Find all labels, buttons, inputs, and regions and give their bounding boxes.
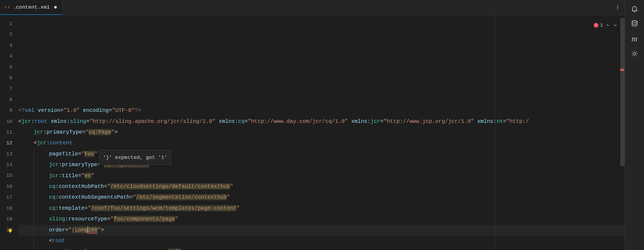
code-token: " [81, 151, 85, 157]
code-token: "http://www.jcp.org/jcr/1.0" [383, 118, 474, 124]
code-token: cq [49, 194, 55, 200]
code-token: encoding [83, 107, 109, 113]
editor-tab-content-xml[interactable]: .content.xml [0, 0, 61, 15]
right-tool-rail: m [625, 0, 644, 250]
code-token: : [59, 162, 62, 168]
code-token: jcr [49, 173, 59, 179]
code-token: " [236, 205, 240, 211]
code-token: xmlns [219, 118, 235, 124]
code-line[interactable]: cq:contextHubSegmentsPath="/etc/segmenta… [18, 192, 625, 203]
lightbulb-icon[interactable] [8, 227, 13, 233]
code-token: en [85, 173, 91, 179]
code-token: : [494, 118, 497, 124]
line-number: 13 [0, 149, 18, 159]
code-token: = [86, 118, 89, 124]
code-line[interactable]: sling:resourceType="foo/components/page" [18, 214, 625, 224]
code-token: jcr [37, 140, 47, 146]
svg-point-2 [617, 9, 618, 9]
code-line[interactable]: <?xml version="1.0" encoding="UTF-8"?> [18, 105, 625, 116]
code-token: : [43, 129, 47, 135]
code-token [474, 118, 477, 124]
code-line[interactable]: cq:template="/conf/foo/settings/wcm/temp… [18, 203, 625, 214]
code-line[interactable]: cq:contextHubPath="/etc/cloudsettings/de… [18, 181, 625, 192]
code-token: = [82, 129, 85, 135]
prev-problem-button[interactable] [605, 22, 611, 28]
code-token [93, 248, 168, 250]
aem-icon[interactable] [630, 49, 639, 59]
code-body[interactable]: ! 1 <?xml version="1.0" encoding="UTF-8"… [18, 15, 625, 250]
code-token: "http://sling.apache.org/jcr/sling/1.0" [89, 118, 215, 124]
problems-overlay: ! 1 [594, 20, 618, 31]
line-number: 14 [0, 159, 18, 170]
code-line[interactable]: <jcr:root xmlns:sling="http://sling.apac… [18, 116, 625, 127]
code-token: " [111, 129, 114, 135]
code-line[interactable]: jcr:primaryType="cq:Page"> [18, 127, 625, 138]
database-icon[interactable] [630, 19, 639, 28]
code-token: jcr [370, 118, 380, 124]
code-token: = [65, 227, 68, 233]
error-icon: ! [594, 23, 598, 28]
line-number: 9 [0, 105, 18, 116]
code-token: template [59, 205, 85, 211]
notifications-icon[interactable] [630, 4, 639, 13]
code-token: sling [70, 118, 86, 124]
code-line[interactable]: order="{Long100"> [18, 225, 625, 235]
code-token: red [168, 248, 177, 250]
line-number: 19 [0, 214, 18, 224]
code-token: " [85, 129, 89, 135]
error-count: 1 [600, 20, 603, 31]
code-token: "{ [68, 227, 75, 233]
line-number: 1 [0, 18, 18, 29]
code-line[interactable]: <root [18, 235, 625, 246]
code-line[interactable]: <jcr:content [18, 138, 625, 148]
code-token: content [50, 140, 72, 146]
code-token: /conf/foo/settings/wcm/templates/page-co… [91, 205, 236, 211]
code-token: "http:/ [506, 118, 529, 124]
maven-icon[interactable]: m [630, 34, 639, 44]
code-token: /etc/segmentation/contexthub [136, 194, 227, 200]
code-token: ?> [135, 107, 141, 113]
code-token: "1.0" [64, 107, 80, 113]
code-token: : [55, 205, 59, 211]
code-token: resourceType [68, 216, 107, 222]
code-token: version [38, 107, 60, 113]
line-number: 5 [0, 62, 18, 73]
code-token: cq [49, 183, 55, 190]
code-line[interactable]: jcr:title="en" [18, 170, 625, 181]
code-token: contextHubSegmentsPath [59, 194, 130, 200]
code-token: : [55, 194, 59, 200]
code-token [80, 107, 83, 113]
code-token: jcr [34, 129, 43, 135]
code-token: = [244, 118, 248, 124]
error-hover-tooltip: '}' expected, got '1' [99, 150, 171, 165]
code-token: : [74, 248, 77, 250]
svg-point-3 [632, 20, 637, 22]
dirty-indicator-icon [54, 6, 57, 9]
code-editor[interactable]: 1234567891011121314151617181920 ! 1 <?xm… [0, 15, 625, 250]
line-number: 6 [0, 73, 18, 83]
code-token: xmlns [351, 118, 367, 124]
editor-area: .content.xml 123456789101112131415161718… [0, 0, 625, 250]
tab-bar-spacer [61, 0, 611, 15]
code-token: primaryType [62, 162, 97, 168]
code-token [215, 118, 219, 124]
line-number: 2 [0, 29, 18, 40]
tab-bar: .content.xml [0, 0, 625, 15]
more-actions-button[interactable] [613, 3, 622, 12]
code-token: pageTitle [49, 151, 78, 157]
code-token: "http://www.day.com/jcr/cq/1.0" [248, 118, 348, 124]
line-number: 11 [0, 127, 18, 138]
line-number-gutter: 1234567891011121314151617181920 [0, 15, 18, 250]
code-token: primaryType [47, 129, 82, 135]
line-number: 3 [0, 40, 18, 51]
line-number: 16 [0, 181, 18, 192]
line-number: 17 [0, 192, 18, 203]
tab-actions [611, 0, 625, 15]
code-token: = [78, 173, 81, 179]
line-number: 7 [0, 83, 18, 94]
next-problem-button[interactable] [612, 22, 618, 28]
code-token: " [175, 216, 178, 222]
line-number: 12 [0, 138, 18, 148]
code-token [47, 118, 51, 124]
code-line[interactable]: jcr:prima red" [18, 246, 625, 250]
